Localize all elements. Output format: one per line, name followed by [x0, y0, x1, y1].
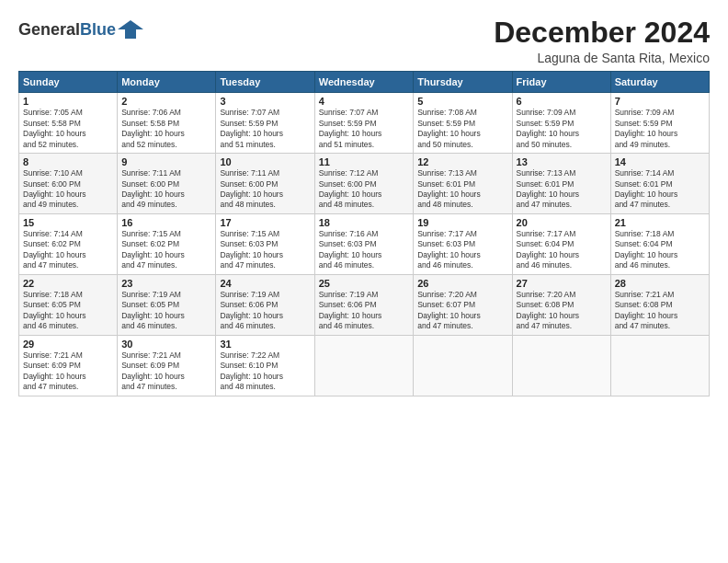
- day-number: 11: [319, 156, 409, 167]
- calendar-week-row: 1Sunrise: 7:05 AM Sunset: 5:58 PM Daylig…: [19, 93, 710, 154]
- day-info: Sunrise: 7:14 AM Sunset: 6:01 PM Dayligh…: [615, 168, 705, 211]
- col-tuesday: Tuesday: [216, 72, 314, 93]
- table-row: 7Sunrise: 7:09 AM Sunset: 5:59 PM Daylig…: [610, 93, 709, 154]
- table-row: 18Sunrise: 7:16 AM Sunset: 6:03 PM Dayli…: [314, 213, 413, 274]
- month-title: December 2024: [494, 17, 710, 49]
- day-info: Sunrise: 7:07 AM Sunset: 5:59 PM Dayligh…: [220, 108, 310, 150]
- day-number: 9: [121, 156, 211, 167]
- page: GeneralBlue December 2024 Laguna de Sant…: [0, 0, 728, 563]
- table-row: 8Sunrise: 7:10 AM Sunset: 6:00 PM Daylig…: [19, 154, 118, 214]
- day-info: Sunrise: 7:06 AM Sunset: 5:58 PM Dayligh…: [121, 108, 211, 150]
- day-info: Sunrise: 7:05 AM Sunset: 5:58 PM Dayligh…: [23, 108, 113, 150]
- day-number: 21: [615, 217, 705, 228]
- table-row: 21Sunrise: 7:18 AM Sunset: 6:04 PM Dayli…: [610, 213, 709, 274]
- table-row: 2Sunrise: 7:06 AM Sunset: 5:58 PM Daylig…: [118, 93, 216, 154]
- table-row: 29Sunrise: 7:21 AM Sunset: 6:09 PM Dayli…: [19, 335, 118, 396]
- day-info: Sunrise: 7:15 AM Sunset: 6:02 PM Dayligh…: [121, 229, 211, 271]
- table-row: 31Sunrise: 7:22 AM Sunset: 6:10 PM Dayli…: [216, 335, 314, 396]
- table-row: 14Sunrise: 7:14 AM Sunset: 6:01 PM Dayli…: [610, 154, 709, 214]
- day-number: 18: [319, 217, 409, 228]
- day-info: Sunrise: 7:19 AM Sunset: 6:06 PM Dayligh…: [220, 290, 310, 332]
- header: GeneralBlue December 2024 Laguna de Sant…: [18, 17, 710, 65]
- table-row: 5Sunrise: 7:08 AM Sunset: 5:59 PM Daylig…: [414, 93, 512, 154]
- day-info: Sunrise: 7:14 AM Sunset: 6:02 PM Dayligh…: [23, 229, 113, 271]
- day-info: Sunrise: 7:12 AM Sunset: 6:00 PM Dayligh…: [319, 168, 409, 211]
- table-row: 12Sunrise: 7:13 AM Sunset: 6:01 PM Dayli…: [414, 154, 512, 214]
- day-info: Sunrise: 7:07 AM Sunset: 5:59 PM Dayligh…: [319, 108, 409, 150]
- col-thursday: Thursday: [414, 72, 512, 93]
- day-number: 31: [220, 339, 310, 350]
- table-row: 30Sunrise: 7:21 AM Sunset: 6:09 PM Dayli…: [118, 335, 216, 396]
- day-info: Sunrise: 7:19 AM Sunset: 6:05 PM Dayligh…: [121, 290, 211, 332]
- day-number: 7: [615, 96, 705, 107]
- table-row: 13Sunrise: 7:13 AM Sunset: 6:01 PM Dayli…: [512, 154, 610, 214]
- day-info: Sunrise: 7:18 AM Sunset: 6:05 PM Dayligh…: [23, 290, 113, 332]
- day-info: Sunrise: 7:13 AM Sunset: 6:01 PM Dayligh…: [417, 168, 507, 211]
- title-area: December 2024 Laguna de Santa Rita, Mexi…: [494, 17, 710, 65]
- day-info: Sunrise: 7:13 AM Sunset: 6:01 PM Dayligh…: [517, 168, 607, 211]
- day-number: 5: [417, 96, 507, 107]
- day-info: Sunrise: 7:21 AM Sunset: 6:09 PM Dayligh…: [121, 350, 211, 393]
- day-info: Sunrise: 7:17 AM Sunset: 6:04 PM Dayligh…: [517, 229, 607, 271]
- day-number: 23: [121, 278, 211, 289]
- day-info: Sunrise: 7:11 AM Sunset: 6:00 PM Dayligh…: [121, 168, 211, 211]
- day-number: 20: [517, 217, 607, 228]
- day-number: 4: [319, 96, 409, 107]
- col-sunday: Sunday: [19, 72, 118, 93]
- day-info: Sunrise: 7:18 AM Sunset: 6:04 PM Dayligh…: [615, 229, 705, 271]
- table-row: 9Sunrise: 7:11 AM Sunset: 6:00 PM Daylig…: [118, 154, 216, 214]
- table-row: 15Sunrise: 7:14 AM Sunset: 6:02 PM Dayli…: [19, 213, 118, 274]
- table-row: [314, 335, 413, 396]
- col-saturday: Saturday: [610, 72, 709, 93]
- table-row: 16Sunrise: 7:15 AM Sunset: 6:02 PM Dayli…: [118, 213, 216, 274]
- day-info: Sunrise: 7:21 AM Sunset: 6:08 PM Dayligh…: [615, 290, 705, 332]
- col-wednesday: Wednesday: [314, 72, 413, 93]
- day-number: 19: [417, 217, 507, 228]
- col-monday: Monday: [118, 72, 216, 93]
- day-number: 30: [121, 339, 211, 350]
- day-number: 16: [121, 217, 211, 228]
- day-number: 25: [319, 278, 409, 289]
- calendar-week-row: 8Sunrise: 7:10 AM Sunset: 6:00 PM Daylig…: [19, 154, 710, 214]
- table-row: 3Sunrise: 7:07 AM Sunset: 5:59 PM Daylig…: [216, 93, 314, 154]
- table-row: [512, 335, 610, 396]
- table-row: 10Sunrise: 7:11 AM Sunset: 6:00 PM Dayli…: [216, 154, 314, 214]
- table-row: 23Sunrise: 7:19 AM Sunset: 6:05 PM Dayli…: [118, 274, 216, 335]
- calendar-table: Sunday Monday Tuesday Wednesday Thursday…: [18, 71, 710, 396]
- table-row: 26Sunrise: 7:20 AM Sunset: 6:07 PM Dayli…: [414, 274, 512, 335]
- day-info: Sunrise: 7:19 AM Sunset: 6:06 PM Dayligh…: [319, 290, 409, 332]
- calendar-week-row: 29Sunrise: 7:21 AM Sunset: 6:09 PM Dayli…: [19, 335, 710, 396]
- day-info: Sunrise: 7:20 AM Sunset: 6:07 PM Dayligh…: [417, 290, 507, 332]
- table-row: 6Sunrise: 7:09 AM Sunset: 5:59 PM Daylig…: [512, 93, 610, 154]
- day-number: 15: [23, 217, 113, 228]
- day-number: 3: [220, 96, 310, 107]
- svg-marker-0: [118, 20, 143, 39]
- calendar-week-row: 22Sunrise: 7:18 AM Sunset: 6:05 PM Dayli…: [19, 274, 710, 335]
- table-row: 11Sunrise: 7:12 AM Sunset: 6:00 PM Dayli…: [314, 154, 413, 214]
- day-number: 13: [517, 156, 607, 167]
- day-number: 29: [23, 339, 113, 350]
- day-info: Sunrise: 7:10 AM Sunset: 6:00 PM Dayligh…: [23, 168, 113, 211]
- day-number: 12: [417, 156, 507, 167]
- day-number: 26: [417, 278, 507, 289]
- day-number: 22: [23, 278, 113, 289]
- day-number: 2: [121, 96, 211, 107]
- table-row: [610, 335, 709, 396]
- day-number: 6: [517, 96, 607, 107]
- day-info: Sunrise: 7:09 AM Sunset: 5:59 PM Dayligh…: [615, 108, 705, 150]
- day-number: 14: [615, 156, 705, 167]
- logo-bird-icon: [118, 17, 143, 42]
- day-info: Sunrise: 7:11 AM Sunset: 6:00 PM Dayligh…: [220, 168, 310, 211]
- day-info: Sunrise: 7:09 AM Sunset: 5:59 PM Dayligh…: [517, 108, 607, 150]
- table-row: 1Sunrise: 7:05 AM Sunset: 5:58 PM Daylig…: [19, 93, 118, 154]
- table-row: 24Sunrise: 7:19 AM Sunset: 6:06 PM Dayli…: [216, 274, 314, 335]
- day-number: 1: [23, 96, 113, 107]
- table-row: 28Sunrise: 7:21 AM Sunset: 6:08 PM Dayli…: [610, 274, 709, 335]
- table-row: 20Sunrise: 7:17 AM Sunset: 6:04 PM Dayli…: [512, 213, 610, 274]
- day-info: Sunrise: 7:16 AM Sunset: 6:03 PM Dayligh…: [319, 229, 409, 271]
- col-friday: Friday: [512, 72, 610, 93]
- day-number: 8: [23, 156, 113, 167]
- day-info: Sunrise: 7:15 AM Sunset: 6:03 PM Dayligh…: [220, 229, 310, 271]
- day-number: 24: [220, 278, 310, 289]
- day-info: Sunrise: 7:22 AM Sunset: 6:10 PM Dayligh…: [220, 350, 310, 393]
